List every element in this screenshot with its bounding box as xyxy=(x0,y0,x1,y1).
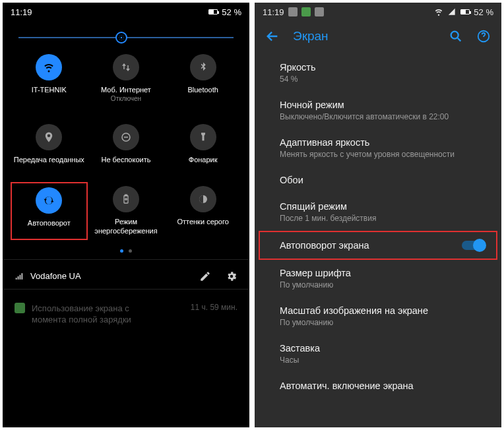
svg-point-5 xyxy=(451,32,458,39)
divider xyxy=(3,289,249,290)
settings-list: Яркость 54 % Ночной режим Выключено/Вклю… xyxy=(255,51,501,399)
status-app-icons xyxy=(288,7,324,16)
qs-tile-label: Фонарик xyxy=(189,156,218,165)
setting-autorotate[interactable]: Автоповорот экрана xyxy=(259,231,497,260)
setting-auto-screen-on[interactable]: Автоматич. включение экрана xyxy=(255,373,501,399)
brightness-thumb-icon[interactable] xyxy=(115,32,127,44)
pager-dots xyxy=(3,240,249,259)
qs-tile-label: Не беспокоить xyxy=(102,156,151,165)
pager-dot xyxy=(120,249,123,253)
quick-settings-panel: 11:19 52 % IT-TEHNIK Моб. Интернет Отклю… xyxy=(3,3,249,427)
appbar: Экран xyxy=(255,21,501,51)
setting-sleep[interactable]: Спящий режим После 1 мин. бездействия xyxy=(255,193,501,231)
setting-title: Автоповорот экрана xyxy=(280,240,369,251)
battery-icon xyxy=(460,9,470,15)
qs-tile-wifi[interactable]: IT-TEHNIK xyxy=(11,50,88,107)
back-button[interactable] xyxy=(265,29,280,44)
display-settings-screen: 11:19 52 % Экран xyxy=(255,3,501,427)
qs-tile-label: Моб. Интернет xyxy=(101,86,151,95)
qs-tile-mobile-data[interactable]: Моб. Интернет Отключен xyxy=(88,50,165,107)
setting-title: Заставка xyxy=(280,343,320,353)
notif-app-icon xyxy=(15,303,25,313)
battery-icon xyxy=(208,9,218,15)
setting-screensaver[interactable]: Заставка Часы xyxy=(255,335,501,373)
brightness-slider[interactable] xyxy=(3,21,249,45)
notif-title: Использование экрана с xyxy=(32,303,131,315)
wifi-icon xyxy=(36,54,62,80)
setting-title: Обои xyxy=(280,175,303,185)
setting-title: Масштаб изображения на экране xyxy=(280,305,428,316)
setting-title: Ночной режим xyxy=(280,100,449,110)
setting-brightness[interactable]: Яркость 54 % xyxy=(255,54,501,92)
battery-saver-icon xyxy=(113,186,139,212)
setting-font-size[interactable]: Размер шрифта По умолчанию xyxy=(255,260,501,297)
divider xyxy=(3,259,249,260)
qs-tile-label: IT-TEHNIK xyxy=(32,86,67,95)
settings-button[interactable] xyxy=(226,270,237,282)
notif-sub: момента полной зарядки xyxy=(32,314,131,326)
signal-status-icon xyxy=(447,7,457,16)
setting-sub: По умолчанию xyxy=(280,318,428,327)
setting-display-scale[interactable]: Масштаб изображения на экране По умолчан… xyxy=(255,297,501,335)
qs-tile-sublabel: Отключен xyxy=(111,95,141,104)
status-bar: 11:19 52 % xyxy=(3,3,249,21)
setting-sub: Менять яркость с учетом уровня освещенно… xyxy=(280,150,455,159)
quick-settings-grid: IT-TEHNIK Моб. Интернет Отключен Bluetoo… xyxy=(3,45,249,240)
qs-tile-bluetooth[interactable]: Bluetooth xyxy=(164,50,241,107)
qs-tile-label: Оттенки серого xyxy=(177,218,228,227)
signal-icon xyxy=(15,272,24,281)
qs-tile-label: Bluetooth xyxy=(187,86,218,95)
wifi-status-icon xyxy=(434,7,443,16)
carrier-row: Vodafone UA xyxy=(3,264,249,289)
autorotate-icon xyxy=(36,187,62,214)
qs-tile-grayscale[interactable]: Оттенки серого xyxy=(164,182,241,240)
setting-title: Размер шрифта xyxy=(280,268,351,278)
grayscale-icon xyxy=(190,186,216,212)
svg-rect-3 xyxy=(125,195,127,196)
qs-tile-flashlight[interactable]: Фонарик xyxy=(164,120,241,169)
status-time: 11:19 xyxy=(11,7,32,17)
qs-tile-label: Режим энергосбережения xyxy=(90,218,162,236)
flashlight-icon xyxy=(190,124,216,150)
status-app-icon xyxy=(301,7,311,16)
qs-tile-label: Передача геоданных xyxy=(14,156,84,165)
setting-sub: 54 % xyxy=(280,75,316,84)
setting-sub: Часы xyxy=(280,355,320,365)
notif-time: 11 ч. 59 мин. xyxy=(191,303,237,312)
setting-adaptive-brightness[interactable]: Адаптивная яркость Менять яркость с учет… xyxy=(255,129,501,167)
setting-title: Яркость xyxy=(280,62,316,73)
bluetooth-icon xyxy=(190,54,216,80)
dnd-icon xyxy=(113,124,139,150)
setting-title: Автоматич. включение экрана xyxy=(280,381,414,391)
setting-wallpaper[interactable]: Обои xyxy=(255,167,501,193)
location-icon xyxy=(36,124,62,150)
setting-title: Адаптивная яркость xyxy=(280,137,455,148)
qs-tile-battery-saver[interactable]: Режим энергосбережения xyxy=(88,182,165,240)
setting-sub: По умолчанию xyxy=(280,280,351,290)
carrier-name: Vodafone UA xyxy=(30,271,81,281)
notification[interactable]: Использование экрана с момента полной за… xyxy=(3,293,249,326)
status-time: 11:19 xyxy=(263,7,284,17)
status-app-icon xyxy=(315,7,324,16)
search-button[interactable] xyxy=(449,29,463,44)
mobile-data-icon xyxy=(113,54,139,80)
setting-title: Спящий режим xyxy=(280,201,376,212)
status-bar: 11:19 52 % xyxy=(255,3,501,21)
svg-point-0 xyxy=(121,37,123,39)
help-button[interactable] xyxy=(476,29,491,44)
setting-sub: После 1 мин. бездействия xyxy=(280,214,376,223)
qs-tile-dnd[interactable]: Не беспокоить xyxy=(88,120,165,169)
battery-percent: 52 % xyxy=(474,7,493,17)
qs-tile-label: Автоповорот xyxy=(28,219,71,228)
toggle-switch[interactable] xyxy=(462,241,484,250)
battery-percent: 52 % xyxy=(222,7,241,17)
qs-tile-location[interactable]: Передача геоданных xyxy=(11,120,88,169)
edit-button[interactable] xyxy=(199,270,211,282)
status-app-icon xyxy=(288,7,298,16)
setting-sub: Выключено/Включится автоматически в 22:0… xyxy=(280,112,449,121)
setting-night-mode[interactable]: Ночной режим Выключено/Включится автомат… xyxy=(255,92,501,129)
qs-tile-autorotate[interactable]: Автоповорот xyxy=(11,182,88,240)
pager-dot xyxy=(129,249,132,253)
page-title: Экран xyxy=(293,29,435,44)
